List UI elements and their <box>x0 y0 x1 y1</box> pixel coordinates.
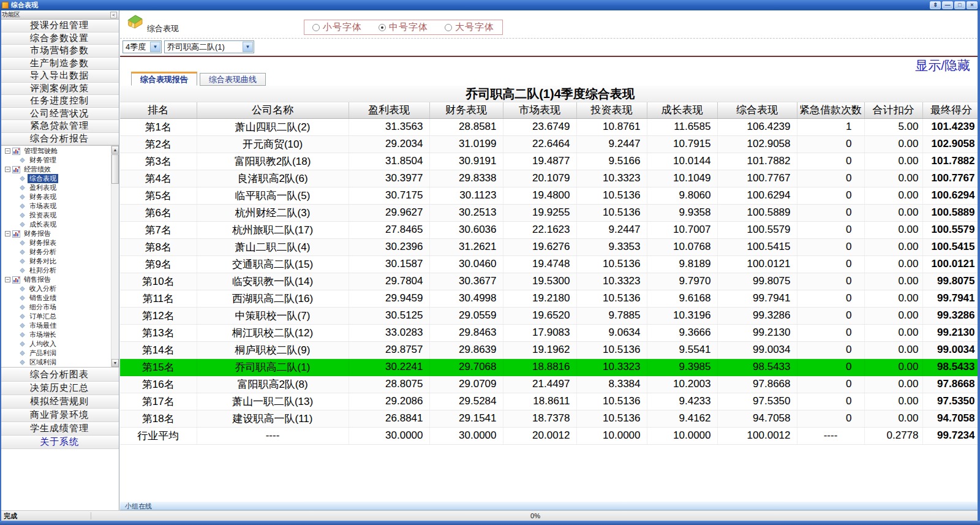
collapse-minus-icon[interactable]: − <box>5 148 10 154</box>
table-row[interactable]: 第10名临安职教一队(14)29.780430.367719.530010.33… <box>120 273 980 290</box>
table-cell: 第10名 <box>120 273 197 290</box>
tree-item[interactable]: 市场表现 <box>0 202 111 211</box>
tree-item[interactable]: 销售业绩 <box>0 293 111 303</box>
table-cell: 第5名 <box>120 187 197 204</box>
table-row[interactable]: 第12名中策职校一队(7)30.512529.055919.65209.7885… <box>120 307 980 324</box>
sidebar-nav-item[interactable]: 评测案例政策 <box>0 83 119 96</box>
tree-item[interactable]: 细分市场 <box>0 303 111 312</box>
tree-item[interactable]: −经营绩效 <box>0 165 111 174</box>
table-row[interactable]: 第11名西湖职高二队(16)29.945930.499819.218010.51… <box>120 290 980 307</box>
table-row[interactable]: 第5名临平职高一队(5)30.717530.112319.480010.5136… <box>120 187 980 204</box>
table-row[interactable]: 第4名良渚职高2队(6)30.397729.833820.107910.3323… <box>120 170 980 187</box>
tree-item[interactable]: 盈利表现 <box>0 183 111 192</box>
tree-item[interactable]: 收入分析 <box>0 284 111 293</box>
team-select[interactable]: 乔司职高二队(1) ▼ <box>164 40 254 53</box>
tree-scrollbar[interactable]: ▲ ▼ <box>111 146 119 367</box>
tree-item[interactable]: 投资表现 <box>0 211 111 220</box>
table-cell: 0.00 <box>864 204 922 221</box>
font-size-radio[interactable]: 大号字体 <box>445 21 494 33</box>
sidebar-nav-item[interactable]: 模拟经营规则 <box>0 395 119 409</box>
tree-item[interactable]: 区域利润 <box>0 358 111 367</box>
tree-item-label: 细分市场 <box>28 303 58 312</box>
sidebar-nav-item[interactable]: 任务进度控制 <box>0 95 119 108</box>
table-row[interactable]: 第15名乔司职高二队(1)30.224129.706818.881610.332… <box>120 358 980 376</box>
table-cell: 0.00 <box>864 410 922 427</box>
tree-item[interactable]: −财务报告 <box>0 229 111 238</box>
collapse-minus-icon[interactable]: − <box>5 167 10 172</box>
close-button[interactable]: × <box>967 1 978 9</box>
quarter-select[interactable]: 4季度 ▼ <box>123 40 162 53</box>
tree-item[interactable]: 成长表现 <box>0 220 111 229</box>
scroll-down-icon[interactable]: ▼ <box>111 359 119 367</box>
radio-icon[interactable] <box>312 24 320 31</box>
tree-item[interactable]: 财务分析 <box>0 247 111 257</box>
collapse-minus-icon[interactable]: − <box>5 231 10 236</box>
tree-item[interactable]: 财务管理 <box>0 156 111 165</box>
sidebar-nav-item[interactable]: 综合参数设置 <box>0 32 119 45</box>
collapse-minus-icon[interactable]: − <box>5 277 10 282</box>
tree-item[interactable]: 市场增长 <box>0 330 111 339</box>
sidebar-nav-item[interactable]: 综合分析图表 <box>0 368 119 382</box>
table-cell: 19.2180 <box>503 290 576 307</box>
tree-item[interactable]: 人均收入 <box>0 339 111 349</box>
font-size-radio[interactable]: 中号字体 <box>379 21 428 33</box>
table-cell: 9.5166 <box>576 153 647 170</box>
tab-curve[interactable]: 综合表现曲线 <box>200 73 266 86</box>
tree-item[interactable]: 杜邦分析 <box>0 266 111 275</box>
sidebar-collapse-icon[interactable]: < <box>110 12 117 18</box>
sidebar-nav-item[interactable]: 学生成绩管理 <box>0 422 119 436</box>
tree-item[interactable]: 财务对比 <box>0 257 111 266</box>
table-cell: 29.0559 <box>429 307 503 324</box>
sidebar-nav-item[interactable]: 综合分析报告 <box>0 133 119 146</box>
sidebar-nav-item[interactable]: 紧急贷款管理 <box>0 120 119 133</box>
tree-item[interactable]: 订单汇总 <box>0 312 111 321</box>
table-row[interactable]: 第17名萧山一职二队(13)29.208629.528418.861110.51… <box>120 393 980 410</box>
table-row[interactable]: 第9名交通职高二队(15)30.158730.046019.474810.513… <box>120 255 980 273</box>
tree-item[interactable]: 综合表现 <box>0 174 111 183</box>
tab-report[interactable]: 综合表现报告 <box>131 72 197 86</box>
sidebar-nav-item[interactable]: 导入导出数据 <box>0 70 119 83</box>
diamond-icon <box>20 332 24 337</box>
tree-item[interactable]: 市场最佳 <box>0 321 111 330</box>
chevron-down-icon[interactable]: ▼ <box>243 42 253 52</box>
sidebar-nav-item[interactable]: 授课分组管理 <box>0 20 119 32</box>
show-hide-link[interactable]: 显示/隐藏 <box>915 57 970 74</box>
table-row[interactable]: 第1名萧山四职二队(2)31.356328.858123.674910.8761… <box>120 118 980 135</box>
report-tree: −管理驾驶舱财务管理−经营绩效综合表现盈利表现财务表现市场表现投资表现成长表现−… <box>0 146 111 367</box>
tree-item[interactable]: −销售报告 <box>0 275 111 284</box>
radio-icon[interactable] <box>379 24 386 31</box>
sidebar-nav-item[interactable]: 公司经营状况 <box>0 108 119 121</box>
table-row[interactable]: 第18名建设职高一队(11)26.884129.154118.737810.51… <box>120 410 980 427</box>
sidebar-item-about[interactable]: 关于系统 <box>0 436 119 449</box>
tree-item[interactable]: −管理驾驶舱 <box>0 146 111 156</box>
sidebar-nav-item[interactable]: 商业背景环境 <box>0 409 119 422</box>
table-row[interactable]: 第2名开元商贸(10)29.203431.019922.64649.244710… <box>120 135 980 153</box>
table-row[interactable]: 第3名富阳职教2队(18)31.850430.919119.48779.5166… <box>120 153 980 170</box>
scroll-up-icon[interactable]: ▲ <box>111 146 119 154</box>
tree-item[interactable]: 财务报表 <box>0 238 111 247</box>
table-row[interactable]: 第6名杭州财经二队(3)29.962730.251319.925510.5136… <box>120 204 980 221</box>
scroll-thumb[interactable] <box>111 154 119 184</box>
sidebar-nav-item[interactable]: 决策历史汇总 <box>0 382 119 395</box>
tree-item[interactable]: 产品利润 <box>0 349 111 358</box>
table-cell: 第3名 <box>120 153 197 170</box>
table-row[interactable]: 第16名富阳职高2队(8)28.807529.070921.44978.3384… <box>120 376 980 393</box>
window-right-edge <box>978 10 980 521</box>
table-row[interactable]: 第14名桐庐职校二队(9)29.875729.863919.196210.513… <box>120 341 980 358</box>
shade-button[interactable]: ⇕ <box>930 1 941 9</box>
sidebar-nav-item[interactable]: 市场营销参数 <box>0 45 119 58</box>
table-row[interactable]: 第8名萧山二职二队(4)30.239631.262119.62769.33531… <box>120 238 980 255</box>
tree-item[interactable]: 财务表现 <box>0 192 111 202</box>
font-size-radio[interactable]: 小号字体 <box>312 21 362 33</box>
tree-item-label: 经营绩效 <box>22 165 53 174</box>
table-row[interactable]: 第13名桐江职校二队(12)33.028329.846317.90839.063… <box>120 324 980 341</box>
radio-icon[interactable] <box>445 24 452 31</box>
maximize-button[interactable]: □ <box>954 1 965 9</box>
table-cell: 9.9358 <box>647 204 717 221</box>
table-row[interactable]: 行业平均----30.000030.000020.001210.000010.0… <box>120 427 980 444</box>
minimize-button[interactable]: — <box>942 1 953 9</box>
table-row[interactable]: 第7名杭州旅职二队(17)27.846530.603622.16239.2447… <box>120 221 980 238</box>
sidebar-nav-item[interactable]: 生产制造参数 <box>0 58 119 70</box>
table-cell: 0 <box>797 170 864 187</box>
chevron-down-icon[interactable]: ▼ <box>150 42 160 52</box>
